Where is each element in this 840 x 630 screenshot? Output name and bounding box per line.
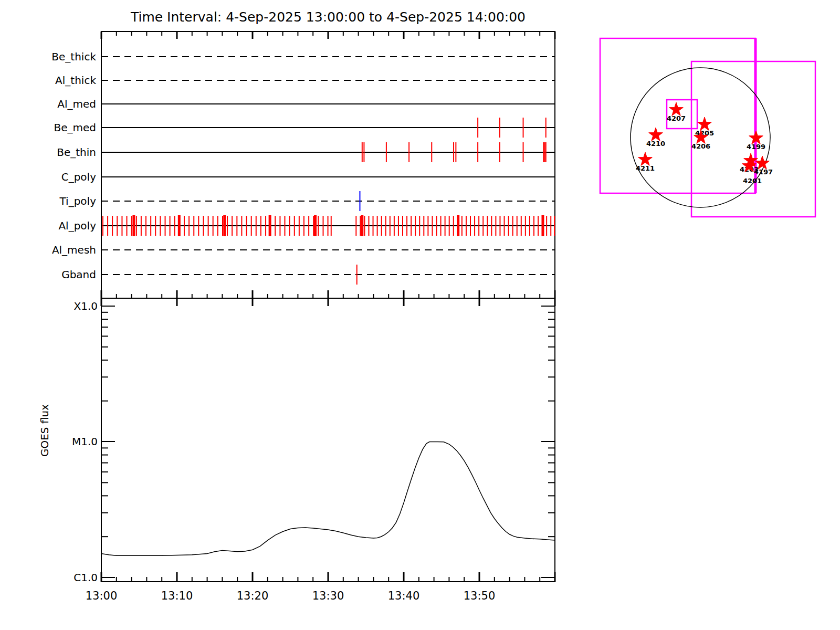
goes-axes <box>101 290 555 582</box>
active-region-star-4210 <box>649 128 663 141</box>
goes-flux-curve <box>101 442 555 556</box>
filter-row-label-c-poly: C_poly <box>61 171 96 183</box>
filter-row-label-al-poly: Al_poly <box>58 219 96 232</box>
active-region-label-4206: 4206 <box>691 142 710 150</box>
goes-xtick-1300: 13:00 <box>86 590 118 602</box>
goes-xtick-1320: 13:20 <box>237 590 269 602</box>
goes-ylabel: GOES flux <box>38 404 51 457</box>
plot-title: Time Interval: 4-Sep-2025 13:00:00 to 4-… <box>130 9 526 25</box>
xrt-timeline-panel: Be_thick Al_thick Al_med Be_med Be_thin … <box>51 32 555 298</box>
filter-row-label-be-thick: Be_thick <box>51 50 96 63</box>
goes-xtick-1350: 13:50 <box>464 590 496 602</box>
goes-frame <box>101 298 555 582</box>
active-region-label-4211: 4211 <box>636 164 655 172</box>
goes-ytick-x1: X1.0 <box>74 300 98 312</box>
goes-ytick-m1: M1.0 <box>72 435 98 448</box>
plot-canvas: Time Interval: 4-Sep-2025 13:00:00 to 4-… <box>0 0 840 630</box>
filter-row-label-al-mesh: Al_mesh <box>52 244 96 256</box>
active-region-star-4205 <box>698 117 712 130</box>
goes-xtick-1330: 13:30 <box>312 590 344 602</box>
filter-row-label-be-med: Be_med <box>54 121 96 134</box>
active-region-label-4210: 4210 <box>646 140 665 148</box>
filter-row-label-ti-poly: Ti_poly <box>59 195 97 207</box>
goes-ytick-c1: C1.0 <box>74 571 98 584</box>
active-region-star-4211 <box>638 152 653 165</box>
active-region-label-4199: 4199 <box>747 143 765 151</box>
screenshot-root: Time Interval: 4-Sep-2025 13:00:00 to 4-… <box>0 0 840 630</box>
timeline-grid <box>101 32 555 298</box>
active-region-label-4201: 4201 <box>743 177 762 185</box>
timeline-frame <box>101 32 555 298</box>
goes-xtick-1340: 13:40 <box>388 590 420 602</box>
solar-disk-panel: 420742054210420641994211420341974201 <box>600 38 815 217</box>
filter-row-label-al-thick: Al_thick <box>55 74 96 87</box>
active-region-star-4207 <box>669 102 684 116</box>
active-region-label-4197: 4197 <box>754 168 773 176</box>
solar-disk-map: 420742054210420641994211420341974201 <box>600 38 815 217</box>
filter-row-label-gband: Gband <box>61 268 96 281</box>
goes-xtick-1310: 13:10 <box>161 590 193 602</box>
active-region-label-4207: 4207 <box>667 114 686 122</box>
filter-row-label-al-med: Al_med <box>57 98 96 110</box>
filter-row-label-be-thin: Be_thin <box>57 146 96 159</box>
goes-panel: X1.0 M1.0 C1.0 GOES flux 13:00 13:10 13:… <box>38 290 555 602</box>
